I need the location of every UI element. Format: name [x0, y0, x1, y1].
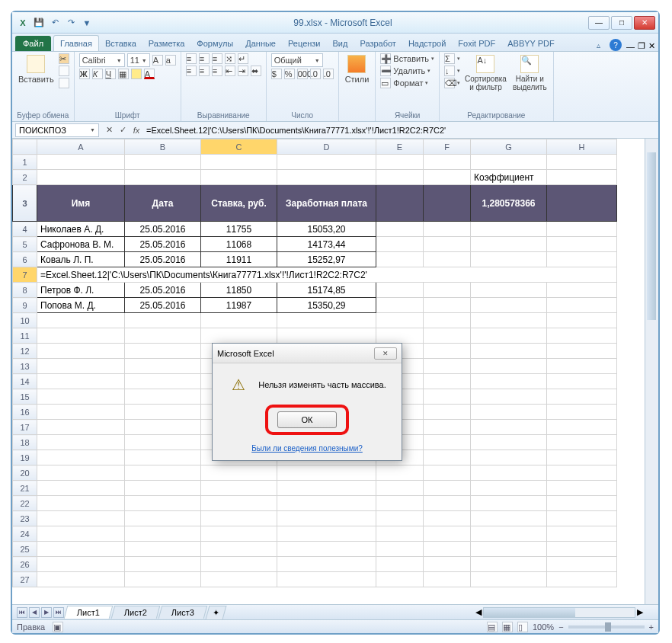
cell[interactable]	[125, 389, 201, 405]
tab-insert[interactable]: Вставка	[99, 36, 142, 51]
table-cell[interactable]: Попова М. Д.	[37, 298, 125, 313]
tab-data[interactable]: Данные	[239, 36, 282, 51]
cell[interactable]	[376, 313, 424, 328]
cell[interactable]	[277, 313, 376, 328]
cell[interactable]	[125, 359, 201, 374]
cell[interactable]	[547, 374, 617, 389]
cell[interactable]	[376, 496, 424, 511]
decrease-font-icon[interactable]: a	[165, 55, 176, 66]
cell[interactable]	[37, 405, 125, 420]
cell[interactable]	[376, 557, 424, 572]
workbook-minimize-button[interactable]: —	[626, 42, 635, 51]
maximize-button[interactable]: □	[611, 16, 632, 30]
cell[interactable]	[277, 465, 376, 481]
cell[interactable]	[471, 481, 547, 496]
cell[interactable]	[277, 481, 376, 496]
cell[interactable]	[37, 481, 125, 496]
cell[interactable]	[201, 170, 277, 185]
cell[interactable]	[125, 170, 201, 185]
horizontal-scrollbar[interactable]: ◀ ▶	[475, 607, 643, 618]
row-header[interactable]: 6	[13, 252, 37, 267]
table-cell[interactable]: Коваль Л. П.	[37, 252, 125, 267]
cell[interactable]	[37, 557, 125, 572]
cell[interactable]	[547, 344, 617, 359]
cell[interactable]	[547, 328, 617, 344]
cell[interactable]	[125, 435, 201, 450]
align-left-icon[interactable]: ≡	[186, 66, 197, 76]
cell[interactable]	[376, 222, 424, 237]
table-cell[interactable]: 25.05.2016	[125, 252, 201, 267]
table-cell[interactable]: 11911	[201, 252, 277, 267]
cell[interactable]	[547, 252, 617, 267]
cell[interactable]	[547, 557, 617, 572]
wrap-text-icon[interactable]: ↵	[238, 53, 248, 64]
zoom-level[interactable]: 100%	[533, 622, 554, 632]
cut-icon[interactable]: ✂	[59, 53, 69, 64]
cell[interactable]	[471, 557, 547, 572]
cell[interactable]	[376, 298, 424, 313]
insert-cells-label[interactable]: Вставить	[393, 54, 429, 63]
row-header[interactable]: 10	[13, 313, 37, 328]
cell[interactable]	[471, 542, 547, 557]
cell[interactable]	[201, 155, 277, 170]
table-header-salary[interactable]: Заработная плата	[277, 185, 376, 222]
cell[interactable]	[424, 222, 471, 237]
row-header[interactable]: 18	[13, 435, 37, 450]
cell[interactable]	[376, 237, 424, 252]
tab-addins[interactable]: Надстрой	[402, 36, 452, 51]
redo-icon[interactable]: ↷	[65, 17, 77, 29]
insert-cells-icon[interactable]: ➕	[380, 53, 391, 64]
cell[interactable]	[424, 374, 471, 389]
cell[interactable]	[277, 170, 376, 185]
cell[interactable]	[125, 405, 201, 420]
cell[interactable]	[471, 344, 547, 359]
cell[interactable]	[547, 405, 617, 420]
sheet-nav-first-icon[interactable]: ⏮	[17, 607, 27, 618]
cell[interactable]	[277, 572, 376, 587]
cell[interactable]	[125, 328, 201, 344]
cell[interactable]	[471, 435, 547, 450]
fill-icon[interactable]: ↓	[444, 66, 455, 76]
cell[interactable]	[424, 359, 471, 374]
cell[interactable]	[125, 557, 201, 572]
cell[interactable]	[376, 283, 424, 298]
view-page-layout-icon[interactable]: ▦	[502, 622, 513, 632]
col-header[interactable]: F	[424, 139, 471, 155]
font-color-icon[interactable]: A	[144, 69, 155, 79]
macro-record-icon[interactable]: ▣	[53, 622, 63, 632]
delete-cells-label[interactable]: Удалить	[393, 66, 425, 75]
fx-icon[interactable]: fx	[131, 126, 142, 135]
row-header[interactable]: 3	[13, 185, 37, 222]
cell[interactable]	[277, 511, 376, 526]
cell[interactable]	[37, 542, 125, 557]
row-header[interactable]: 2	[13, 170, 37, 185]
cell[interactable]	[376, 185, 424, 222]
cell[interactable]	[471, 359, 547, 374]
cell[interactable]	[424, 450, 471, 465]
cell[interactable]	[471, 572, 547, 587]
vertical-scrollbar[interactable]	[645, 139, 658, 633]
cell[interactable]	[424, 420, 471, 435]
cell[interactable]	[125, 481, 201, 496]
cell[interactable]	[424, 526, 471, 542]
view-normal-icon[interactable]: ▤	[487, 622, 498, 632]
row-header[interactable]: 1	[13, 155, 37, 170]
merge-icon[interactable]: ⬌	[251, 66, 261, 76]
cell[interactable]	[201, 526, 277, 542]
sheet-nav-prev-icon[interactable]: ◀	[29, 607, 40, 618]
tab-abbyy[interactable]: ABBYY PDF	[501, 36, 561, 51]
find-select-button[interactable]: 🔍 Найти и выделить	[511, 53, 549, 93]
cell[interactable]	[424, 313, 471, 328]
clear-icon[interactable]: ⌫	[444, 78, 455, 88]
col-header[interactable]: E	[376, 139, 424, 155]
cell[interactable]	[37, 344, 125, 359]
table-cell[interactable]: 11068	[201, 237, 277, 252]
cell[interactable]	[424, 298, 471, 313]
cell[interactable]	[424, 465, 471, 481]
cell[interactable]	[424, 511, 471, 526]
cell[interactable]	[125, 313, 201, 328]
cell[interactable]	[201, 328, 277, 344]
cell[interactable]	[424, 481, 471, 496]
cell[interactable]	[471, 222, 547, 237]
cell[interactable]	[125, 450, 201, 465]
